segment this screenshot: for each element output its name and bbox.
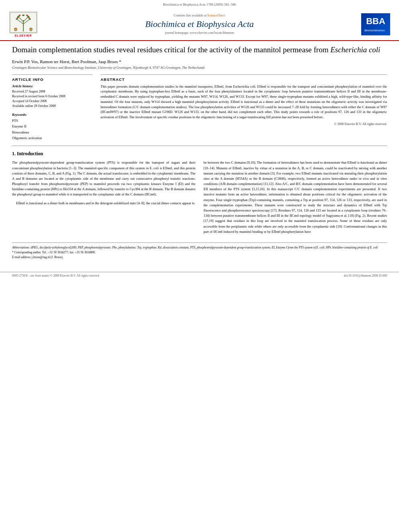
svg-point-10 xyxy=(19,14,21,16)
article-info-abstract-section: ARTICLE INFO Article history: Received 2… xyxy=(12,74,387,141)
abstract-column: ABSTRACT This paper presents domain comp… xyxy=(101,74,387,141)
abstract-text: This paper presents domain complementati… xyxy=(101,84,387,120)
article-body: Domain complementation studies reveal re… xyxy=(0,41,399,268)
bba-logo-box: BBA Biomembranes xyxy=(361,13,390,35)
issn-text: 0005-2736/$ – see front matter © 2008 El… xyxy=(12,274,100,277)
keyword-pts: PTS xyxy=(12,118,93,123)
revised-date: Received in revised form 6 October 2008 xyxy=(12,94,93,99)
corresponding-footnote: * Corresponding author. Tel.: +31 50 363… xyxy=(12,250,387,255)
intro-left-col: The phosphoenolpyruvate-dependent group-… xyxy=(12,160,195,237)
bba-logo: BBA Biomembranes xyxy=(360,13,392,35)
intro-para2: EIImtl is functional as a dimer both in … xyxy=(12,201,195,206)
svg-text:🦁: 🦁 xyxy=(29,27,33,31)
intro-para3: be between the two C domains [9,10]. The… xyxy=(204,160,387,234)
svg-point-11 xyxy=(26,14,28,16)
journal-homepage: journal homepage: www.elsevier.com/locat… xyxy=(43,31,356,35)
page-wrapper: Biochimica et Biophysica Acta 1788 (2009… xyxy=(0,0,399,532)
journal-header: 🦁 🦁 ELSEVIER Contents lists available at… xyxy=(0,7,399,41)
received-date: Received 27 August 2008 xyxy=(12,89,93,94)
abbreviations-footnote: Abbreviations: dPEG, decylpoly-(ethylene… xyxy=(12,245,387,250)
article-info-box: ARTICLE INFO Article history: Received 2… xyxy=(12,74,93,109)
history-label: Article history: xyxy=(12,84,93,88)
abstract-box: ABSTRACT This paper presents domain comp… xyxy=(101,74,387,126)
article-info-column: ARTICLE INFO Article history: Received 2… xyxy=(12,74,93,141)
keywords-list: PTS Enzyme II Heterodimer Oligomeric act… xyxy=(12,118,93,141)
journal-name: Biochimica et Biophysica Acta xyxy=(43,19,356,29)
keywords-label: Keywords: xyxy=(12,113,93,117)
elsevier-logo-image: 🦁 🦁 xyxy=(9,11,37,33)
bba-text: BBA xyxy=(366,16,385,27)
keyword-heterodimer: Heterodimer xyxy=(12,129,93,135)
email-footnote: E-mail address: j.broos@rug.nl (J. Broos… xyxy=(12,255,387,260)
svg-point-7 xyxy=(22,14,25,16)
article-info-label: ARTICLE INFO xyxy=(12,77,93,82)
authors: Erwin P.P. Vos, Ramon ter Horst, Bert Po… xyxy=(12,59,387,64)
footer-bar: 0005-2736/$ – see front matter © 2008 El… xyxy=(0,272,399,279)
journal-ref-text: Biochimica et Biophysica Acta 1788 (2009… xyxy=(163,2,236,6)
intro-right-col: be between the two C domains [9,10]. The… xyxy=(204,160,387,237)
affiliation: Groningen Biomolecular Science and Biote… xyxy=(12,66,387,70)
available-date: Available online 29 October 2008 xyxy=(12,104,93,109)
article-title: Domain complementation studies reveal re… xyxy=(12,45,387,55)
intro-para1: The phosphoenolpyruvate-dependent group-… xyxy=(12,160,195,197)
section-divider xyxy=(12,146,387,146)
keyword-enzyme-ii: Enzyme II xyxy=(12,123,93,129)
elsevier-logo: 🦁 🦁 ELSEVIER xyxy=(7,11,39,37)
doi-text: doi:10.1016/j.bbamem.2008.10.008 xyxy=(344,274,387,277)
accepted-date: Accepted 14 October 2008 xyxy=(12,99,93,104)
sciencedirect-line: Contents lists available at ScienceDirec… xyxy=(43,14,356,17)
keywords-box: Keywords: PTS Enzyme II Heterodimer Olig… xyxy=(12,113,93,141)
keyword-oligomeric: Oligomeric activation xyxy=(12,135,93,141)
introduction-section: 1. Introduction The phosphoenolpyruvate-… xyxy=(12,151,387,237)
abstract-label: ABSTRACT xyxy=(101,77,387,82)
article-title-italic: Escherichia coli xyxy=(330,45,380,54)
svg-point-8 xyxy=(17,17,19,18)
article-title-text: Domain complementation studies reveal re… xyxy=(12,45,330,54)
copyright: © 2008 Elsevier B.V. All rights reserved… xyxy=(101,122,387,126)
elsevier-label: ELSEVIER xyxy=(15,34,32,37)
intro-body-columns: The phosphoenolpyruvate-dependent group-… xyxy=(12,160,387,237)
journal-reference: Biochimica et Biophysica Acta 1788 (2009… xyxy=(0,0,399,7)
svg-text:Biomembranes: Biomembranes xyxy=(364,29,385,32)
svg-point-9 xyxy=(28,17,30,18)
abbreviations-text: Abbreviations: dPEG, decylpoly-(ethylene… xyxy=(12,246,378,249)
intro-heading: 1. Introduction xyxy=(12,151,387,157)
svg-text:🦁: 🦁 xyxy=(14,27,18,31)
journal-title-block: Contents lists available at ScienceDirec… xyxy=(39,14,360,35)
footnotes-section: Abbreviations: dPEG, decylpoly-(ethylene… xyxy=(12,242,387,260)
sciencedirect-link[interactable]: ScienceDirect xyxy=(208,14,226,17)
